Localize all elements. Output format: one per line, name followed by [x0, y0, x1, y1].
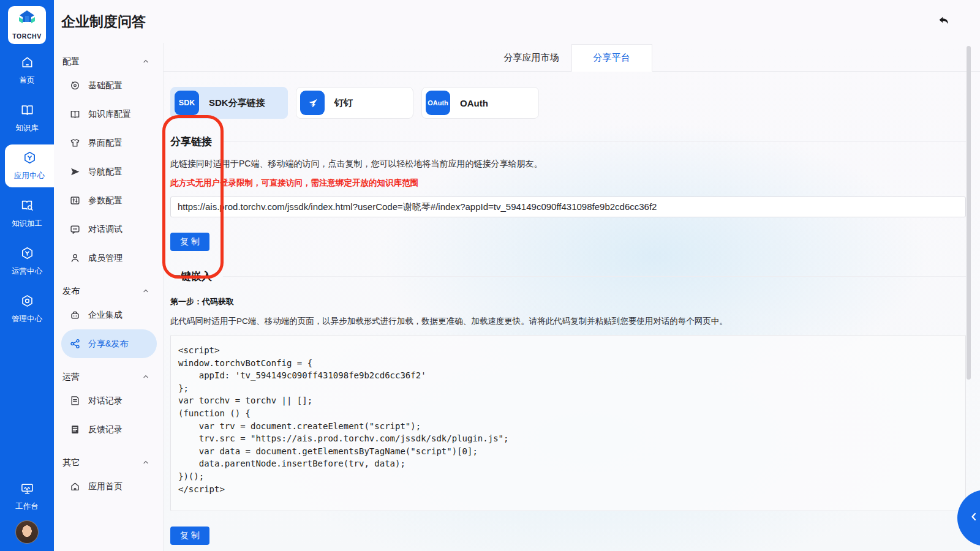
- share-url-field[interactable]: https://ais.prod.torchv.com/jssdk/index.…: [170, 197, 966, 217]
- tab-share-platform[interactable]: 分享平台: [571, 44, 652, 72]
- vertical-scrollbar[interactable]: [967, 46, 971, 380]
- menu-group-label: 发布: [62, 286, 80, 297]
- tab-bar: 分享应用市场 分享平台: [164, 43, 980, 72]
- embed-code-block[interactable]: <script> window.torchvBotConfig = { appI…: [170, 335, 966, 511]
- primary-sidebar: TORCHV 首页 知识库 应用中心 知识加工 运营中心 管理中心: [0, 0, 54, 551]
- menu-item-app-homepage[interactable]: 应用首页: [61, 472, 157, 501]
- rail-item-label: 首页: [20, 75, 35, 86]
- menu-item-label: 分享&发布: [88, 339, 128, 350]
- menu-item-label: 对话记录: [88, 395, 123, 407]
- menu-group-label: 配置: [62, 56, 80, 67]
- menu-item-member-mgmt[interactable]: 成员管理: [61, 244, 157, 272]
- menu-item-label: 基础配置: [88, 80, 123, 91]
- menu-item-base-config[interactable]: 基础配置: [61, 71, 157, 100]
- menu-group-operation[interactable]: 运营: [61, 368, 157, 386]
- oauth-badge-icon: OAuth: [426, 91, 450, 115]
- secondary-sidebar: 配置 基础配置 知识库配置 界面配置 导航配置: [54, 43, 164, 551]
- chat-icon: [70, 224, 80, 234]
- menu-item-label: 参数配置: [88, 195, 123, 206]
- page-title: 企业制度问答: [61, 12, 146, 31]
- chevron-up-icon: [142, 57, 149, 67]
- card-label: SDK分享链接: [209, 97, 265, 109]
- rail-item-app-center[interactable]: 应用中心: [5, 144, 54, 187]
- sdk-badge-icon: SDK: [175, 91, 199, 115]
- divider: [223, 276, 966, 277]
- library-icon: [20, 103, 34, 119]
- menu-item-nav-config[interactable]: 导航配置: [61, 157, 157, 186]
- dingtalk-icon: [300, 91, 325, 115]
- rail-bottom: 工作台: [0, 481, 54, 551]
- menu-item-enterprise-integration[interactable]: 企业集成: [61, 301, 157, 329]
- page-header: 企业制度问答: [54, 0, 980, 43]
- card-label: 钉钉: [334, 97, 353, 109]
- app-center-icon: [23, 151, 37, 167]
- body-row: 配置 基础配置 知识库配置 界面配置 导航配置: [54, 43, 980, 551]
- main-content: 分享应用市场 分享平台 SDK SDK分享链接 钉钉: [164, 43, 980, 551]
- menu-item-label: 反馈记录: [88, 424, 123, 435]
- menu-group-config[interactable]: 配置: [61, 53, 157, 71]
- scroll-area: SDK SDK分享链接 钉钉 OAuth OAuth: [164, 72, 980, 551]
- copy-link-button[interactable]: 复 制: [170, 233, 209, 251]
- copy-code-button[interactable]: 复 制: [170, 527, 209, 545]
- tab-share-app-market[interactable]: 分享应用市场: [492, 45, 571, 71]
- menu-group-label: 运营: [62, 372, 80, 383]
- doc-filled-icon: [70, 424, 80, 435]
- torchv-logo-icon: [17, 10, 37, 32]
- card-oauth[interactable]: OAuth OAuth: [421, 87, 539, 119]
- chevron-left-icon: [969, 512, 979, 524]
- chevron-up-icon: [142, 458, 149, 468]
- rail-item-label: 工作台: [15, 501, 39, 512]
- robot-icon: [70, 310, 80, 320]
- home-icon: [20, 55, 34, 72]
- divider: [223, 141, 966, 142]
- menu-item-label: 知识库配置: [88, 109, 131, 120]
- rail-item-home[interactable]: 首页: [0, 55, 54, 86]
- embed-step-description: 此代码同时适用于PC端、移动端的页面，以异步加载形式进行加载，数据更准确、加载速…: [170, 316, 966, 327]
- rail-item-workbench[interactable]: 工作台: [0, 481, 54, 512]
- chevron-up-icon: [142, 287, 149, 296]
- card-sdk-share-link[interactable]: SDK SDK分享链接: [170, 87, 288, 119]
- tshirt-icon: [70, 138, 80, 148]
- rail-item-label: 运营中心: [12, 266, 42, 277]
- menu-item-chat-debug[interactable]: 对话调试: [61, 215, 157, 244]
- right-column: 企业制度问答 配置 基础配置 知识库配置: [54, 0, 980, 551]
- menu-item-label: 企业集成: [88, 310, 123, 321]
- admin-center-icon: [20, 294, 34, 310]
- platform-cards: SDK SDK分享链接 钉钉 OAuth OAuth: [170, 87, 966, 119]
- knowledge-process-icon: [20, 198, 34, 215]
- rail-item-admin-center[interactable]: 管理中心: [0, 294, 54, 324]
- share-link-description: 此链接同时适用于PC端、移动端的访问，点击复制，您可以轻松地将当前应用的链接分享…: [170, 159, 966, 170]
- home-small-icon: [70, 481, 80, 492]
- menu-group-other[interactable]: 其它: [61, 454, 157, 472]
- rail-item-label: 应用中心: [14, 171, 45, 181]
- card-dingtalk[interactable]: 钉钉: [296, 87, 413, 119]
- menu-group-publish[interactable]: 发布: [61, 282, 157, 301]
- back-reply-icon[interactable]: [937, 15, 951, 28]
- gear-icon: [70, 80, 80, 91]
- menu-item-label: 导航配置: [88, 167, 123, 178]
- menu-item-share-publish[interactable]: 分享&发布: [61, 329, 157, 358]
- user-avatar[interactable]: [15, 520, 39, 544]
- menu-item-kb-config[interactable]: 知识库配置: [61, 100, 157, 129]
- menu-item-chat-records[interactable]: 对话记录: [61, 386, 157, 415]
- rail-item-label: 知识加工: [12, 219, 42, 229]
- share-link-warning: 此方式无用户登录限制，可直接访问，需注意绑定开放的知识库范围: [170, 178, 966, 189]
- menu-group-label: 其它: [62, 457, 80, 468]
- book-icon: [70, 109, 80, 119]
- menu-item-ui-config[interactable]: 界面配置: [61, 129, 157, 157]
- menu-item-label: 对话调试: [88, 224, 123, 235]
- workbench-icon: [20, 481, 34, 498]
- rail-item-operation-center[interactable]: 运营中心: [0, 246, 54, 277]
- sliders-icon: [70, 195, 80, 206]
- torchv-logo[interactable]: TORCHV: [8, 6, 46, 44]
- rail-item-library[interactable]: 知识库: [0, 103, 54, 133]
- chevron-up-icon: [142, 372, 149, 382]
- member-icon: [70, 253, 80, 263]
- menu-item-feedback-records[interactable]: 反馈记录: [61, 415, 157, 444]
- rail-item-knowledge-process[interactable]: 知识加工: [0, 198, 54, 229]
- app-window: TORCHV 首页 知识库 应用中心 知识加工 运营中心 管理中心: [0, 0, 980, 551]
- share-icon: [70, 339, 80, 349]
- menu-item-param-config[interactable]: 参数配置: [61, 186, 157, 215]
- doc-icon: [70, 395, 80, 406]
- menu-item-label: 应用首页: [88, 481, 123, 492]
